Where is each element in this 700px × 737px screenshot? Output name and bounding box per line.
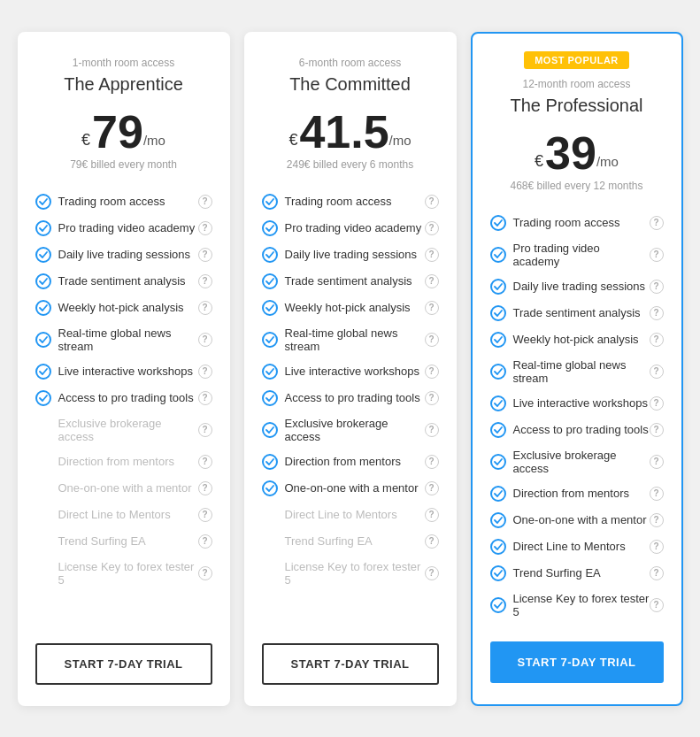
info-icon[interactable]: ? — [650, 396, 664, 411]
feature-text: Direction from mentors — [58, 455, 174, 468]
feature-left: Trade sentiment analysis — [490, 305, 641, 321]
feature-text: Real-time global news stream — [285, 326, 425, 353]
check-icon — [262, 565, 278, 581]
info-icon[interactable]: ? — [650, 306, 664, 320]
feature-left: Pro trading video academy — [262, 220, 422, 236]
feature-left: One-on-one with a mentor — [35, 480, 192, 496]
feature-left: Daily live trading sessions — [35, 247, 191, 263]
check-icon — [490, 597, 506, 613]
feature-text: Trade sentiment analysis — [58, 274, 186, 288]
plan-billed: 79€ billed every month — [35, 158, 212, 171]
info-icon[interactable]: ? — [198, 221, 212, 235]
feature-left: Direct Line to Mentors — [35, 507, 171, 523]
check-icon — [35, 422, 51, 438]
info-icon[interactable]: ? — [650, 280, 664, 294]
check-icon — [262, 300, 278, 316]
info-icon[interactable]: ? — [198, 274, 212, 288]
check-icon — [35, 454, 51, 470]
info-icon[interactable]: ? — [198, 248, 212, 262]
feature-left: Exclusive brokerage access — [490, 449, 650, 475]
feature-item: Real-time global news stream ? — [262, 321, 439, 358]
feature-text: Live interactive workshops — [58, 365, 193, 378]
feature-left: Trend Surfing EA — [262, 534, 373, 549]
info-icon[interactable]: ? — [650, 487, 664, 501]
info-icon[interactable]: ? — [425, 301, 439, 315]
info-icon[interactable]: ? — [198, 301, 212, 315]
check-icon — [35, 480, 51, 496]
info-icon[interactable]: ? — [198, 365, 212, 379]
feature-left: Weekly hot-pick analysis — [262, 300, 411, 316]
info-icon[interactable]: ? — [425, 566, 439, 580]
info-icon[interactable]: ? — [425, 195, 439, 209]
feature-item: Direction from mentors ? — [262, 449, 439, 475]
feature-left: One-on-one with a mentor — [490, 512, 647, 528]
feature-text: Weekly hot-pick analysis — [58, 301, 184, 314]
info-icon[interactable]: ? — [650, 540, 664, 554]
feature-text: Access to pro trading tools — [285, 391, 420, 404]
cta-button[interactable]: START 7-DAY TRIAL — [35, 643, 212, 685]
check-icon — [35, 565, 51, 581]
feature-left: Access to pro trading tools — [35, 390, 194, 406]
check-icon — [490, 454, 506, 470]
info-icon[interactable]: ? — [198, 423, 212, 437]
feature-left: Real-time global news stream — [35, 326, 198, 353]
info-icon[interactable]: ? — [425, 481, 439, 495]
feature-item: Pro trading video academy ? — [35, 215, 212, 242]
info-icon[interactable]: ? — [425, 534, 439, 549]
cta-button[interactable]: START 7-DAY TRIAL — [262, 643, 439, 685]
plan-card-committed: 6-month room accessThe Committed € 41.5 … — [244, 32, 457, 706]
cta-button[interactable]: START 7-DAY TRIAL — [490, 641, 664, 683]
info-icon[interactable]: ? — [650, 566, 664, 580]
feature-text: License Key to forex tester 5 — [285, 560, 425, 587]
feature-left: Pro trading video academy — [35, 220, 196, 236]
feature-text: One-on-one with a mentor — [285, 481, 419, 495]
check-icon — [262, 390, 278, 406]
feature-left: Direction from mentors — [262, 454, 401, 470]
feature-text: Direction from mentors — [513, 487, 629, 500]
info-icon[interactable]: ? — [650, 598, 664, 612]
info-icon[interactable]: ? — [650, 248, 664, 262]
info-icon[interactable]: ? — [198, 195, 212, 209]
feature-item: One-on-one with a mentor ? — [490, 507, 664, 534]
feature-item: Trend Surfing EA ? — [490, 560, 664, 587]
check-icon — [35, 247, 51, 263]
info-icon[interactable]: ? — [425, 423, 439, 437]
check-icon — [490, 395, 506, 411]
feature-text: Trading room access — [58, 195, 165, 208]
info-icon[interactable]: ? — [425, 333, 439, 347]
info-icon[interactable]: ? — [198, 534, 212, 549]
info-icon[interactable]: ? — [198, 508, 212, 522]
feature-text: Daily live trading sessions — [58, 248, 191, 261]
check-icon — [490, 422, 506, 438]
info-icon[interactable]: ? — [198, 333, 212, 347]
info-icon[interactable]: ? — [198, 481, 212, 495]
check-icon — [35, 507, 51, 523]
feature-left: Live interactive workshops — [35, 364, 193, 380]
info-icon[interactable]: ? — [425, 248, 439, 262]
info-icon[interactable]: ? — [198, 566, 212, 580]
info-icon[interactable]: ? — [650, 423, 664, 437]
info-icon[interactable]: ? — [650, 333, 664, 347]
feature-left: Direct Line to Mentors — [262, 507, 397, 523]
info-icon[interactable]: ? — [650, 365, 664, 379]
info-icon[interactable]: ? — [198, 455, 212, 469]
info-icon[interactable]: ? — [425, 391, 439, 405]
feature-item: One-on-one with a mentor ? — [35, 475, 212, 502]
info-icon[interactable]: ? — [425, 221, 439, 235]
info-icon[interactable]: ? — [650, 455, 664, 469]
info-icon[interactable]: ? — [425, 365, 439, 379]
check-icon — [35, 364, 51, 380]
plan-per: /mo — [596, 154, 619, 169]
info-icon[interactable]: ? — [425, 274, 439, 288]
feature-left: Trade sentiment analysis — [262, 273, 412, 289]
plan-currency: € — [81, 131, 90, 150]
info-icon[interactable]: ? — [425, 508, 439, 522]
info-icon[interactable]: ? — [650, 513, 664, 527]
check-icon — [262, 332, 278, 348]
feature-item: Access to pro trading tools ? — [35, 385, 212, 411]
feature-text: Direct Line to Mentors — [58, 508, 171, 521]
info-icon[interactable]: ? — [198, 391, 212, 405]
info-icon[interactable]: ? — [425, 455, 439, 469]
info-icon[interactable]: ? — [650, 216, 664, 230]
check-icon — [262, 507, 278, 523]
